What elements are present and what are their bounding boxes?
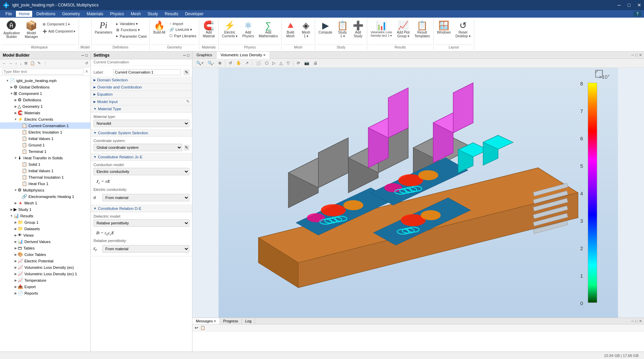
minimize-btn[interactable]: ─ xyxy=(618,2,621,8)
menu-materials[interactable]: Materials xyxy=(84,11,106,17)
menu-physics[interactable]: Physics xyxy=(107,11,127,17)
conduction-model-select[interactable]: Electric conductivity xyxy=(94,168,189,175)
tree-item-initial-values2[interactable]: 📋 Initial Values 1 xyxy=(0,167,90,174)
tree-item-tables[interactable]: ▶ 🗃 Tables xyxy=(0,245,90,251)
refresh-btn[interactable]: ↺ xyxy=(84,60,89,66)
study1-btn[interactable]: 📋 Study1 ▾ xyxy=(335,20,350,39)
tree-item-thermal-insulation1[interactable]: 📋 Thermal Insulation 1 xyxy=(0,174,90,180)
view-top-btn[interactable]: △ xyxy=(278,60,284,66)
parameters-btn[interactable]: Pi Parameters xyxy=(93,20,115,36)
tree-item-reports[interactable]: ▶ 📄 Reports xyxy=(0,290,90,296)
tree-item-results[interactable]: ▼ 📊 Results xyxy=(0,213,90,219)
tab-messages[interactable]: Messages × xyxy=(192,318,220,324)
panel-ctrl-2[interactable]: □ xyxy=(635,53,638,57)
section-material-type[interactable]: ▼ Material Type xyxy=(91,105,192,113)
tree-item-current-conservation1[interactable]: 📋 Current Conservation 1 xyxy=(0,122,90,129)
model-input-edit-icon[interactable]: ✎ xyxy=(186,99,189,104)
label-field-btn[interactable]: ✎ xyxy=(184,69,189,75)
panel-collapse-btn[interactable]: ─ xyxy=(82,53,84,57)
tree-item-initial-values1[interactable]: 📋 Initial Values 1 xyxy=(0,135,90,142)
clear-filter-icon[interactable]: ✕ xyxy=(85,69,88,74)
nav-forward-btn[interactable]: → xyxy=(8,61,14,66)
electric-currents-btn[interactable]: ⚡ ElectricCurrents ▾ xyxy=(220,20,240,39)
build-mesh-btn[interactable]: 🔺 BuildMesh xyxy=(283,20,298,39)
menu-geometry[interactable]: Geometry xyxy=(59,11,83,17)
result-templates-btn[interactable]: 📋 ResultTemplates xyxy=(412,20,432,39)
screenshot-btn[interactable]: 📷 xyxy=(303,60,311,66)
nav-back-btn[interactable]: ← xyxy=(1,61,7,66)
pan-btn[interactable]: ✋ xyxy=(234,60,243,66)
application-builder-btn[interactable]: 🅐 ApplicationBuilder xyxy=(1,20,22,40)
panel-ctrl-3[interactable]: ✕ xyxy=(639,53,642,57)
tree-item-heat-flux1[interactable]: 📋 Heat Flux 1 xyxy=(0,180,90,187)
dielectric-model-select[interactable]: Relative permittivity xyxy=(94,219,189,227)
parameter-case-btn[interactable]: ▸ Parameter Case xyxy=(115,33,148,39)
add-node-btn[interactable]: ⊞ xyxy=(23,60,28,66)
tree-item-temperature[interactable]: ▶ 📈 Temperature xyxy=(0,277,90,283)
model-manager-btn[interactable]: 📦 ModelManager xyxy=(23,20,40,40)
menu-file[interactable]: File xyxy=(3,11,15,17)
close-btn[interactable]: ✕ xyxy=(637,2,641,8)
label-field-input[interactable] xyxy=(113,69,181,75)
tree-item-group1[interactable]: ▶ 📁 Group 1 xyxy=(0,219,90,225)
build-all-btn[interactable]: 🔥 Build All xyxy=(151,20,167,36)
tree-item-solid1[interactable]: 📋 Solid 1 xyxy=(0,161,90,167)
tree-item-heat-transfer[interactable]: ▼ 🌡 Heat Transfer in Solids xyxy=(0,155,90,161)
coord-system-select[interactable]: Global coordinate system xyxy=(94,144,182,151)
fit-btn[interactable]: ⊕ xyxy=(216,60,223,66)
tree-item-views[interactable]: ▶ 👁 Views xyxy=(0,232,90,238)
section-constitutive-jc-e[interactable]: ▼ Constitutive Relation Jc-E xyxy=(91,154,192,161)
tree-item-electric-currents[interactable]: ▼ ⚡ Electric Currents xyxy=(0,116,90,122)
msg-panel-ctrl-3[interactable]: ✕ xyxy=(639,319,642,323)
vol-loss-btn[interactable]: 📊 Volumetric LossDensity (ec) 1 ▾ xyxy=(369,20,394,39)
functions-btn[interactable]: ⊞ Functions ▾ xyxy=(115,27,148,33)
epsilon-select[interactable]: From material User defined xyxy=(102,245,189,253)
tab-volumetric-loss[interactable]: Volumetric Loss Density × xyxy=(216,52,270,59)
tree-item-study1[interactable]: ▶ ▶ Study 1 xyxy=(0,206,90,213)
help-btn[interactable]: ? xyxy=(633,11,641,17)
maximize-btn[interactable]: □ xyxy=(628,2,630,8)
select-btn[interactable]: ↗ xyxy=(244,60,250,66)
rotate-btn[interactable]: ↺ xyxy=(227,60,234,66)
filter-input[interactable] xyxy=(2,68,84,75)
tree-item-export[interactable]: ▶ 📤 Export xyxy=(0,283,90,290)
tree-item-multiphysics[interactable]: ▼ ⚙ Multiphysics xyxy=(0,187,90,193)
tree-item-electric-insulation1[interactable]: 📋 Electric Insulation 1 xyxy=(0,129,90,135)
tree-item-ground1[interactable]: 📋 Ground 1 xyxy=(0,142,90,148)
panel-expand-btn[interactable]: □ xyxy=(85,53,88,57)
add-study-btn[interactable]: ➕ AddStudy xyxy=(351,20,366,39)
tree-item-derived-values[interactable]: ▶ 📊 Derived Values xyxy=(0,238,90,245)
nav-up-btn[interactable]: ↑ xyxy=(14,61,18,66)
view-front-btn[interactable]: ⬜ xyxy=(254,60,263,66)
section-constitutive-d-e[interactable]: ▼ Constitutive Relation D-E xyxy=(91,205,192,212)
zoom-in-btn[interactable]: 🔍+ xyxy=(194,60,205,66)
tree-item-em-heating1[interactable]: 🔗 Electromagnetic Heating 1 xyxy=(0,193,90,200)
section-model-input[interactable]: ▶ Model Input ✎ xyxy=(91,98,192,105)
menu-developer[interactable]: Developer xyxy=(182,11,206,17)
tree-item-vol-loss-ec1[interactable]: ▶ 📈 Volumetric Loss Density (ec) 1 xyxy=(0,271,90,277)
mesh1-btn[interactable]: ◈ Mesh1 ▾ xyxy=(298,20,313,39)
msg-back-btn[interactable]: ↩ xyxy=(194,325,199,331)
sigma-select[interactable]: From material User defined xyxy=(102,194,189,201)
component-btn[interactable]: ⊞ Component 1 ▾ xyxy=(41,21,77,27)
settings-expand-btn[interactable]: □ xyxy=(187,53,189,57)
more-btn[interactable]: ⋮ xyxy=(42,60,48,66)
add-physics-btn[interactable]: ⚛ AddPhysics xyxy=(240,20,256,39)
reset-view-btn[interactable]: ⟳ xyxy=(295,60,302,66)
section-domain-selection[interactable]: ▶ Domain Selection xyxy=(91,77,192,84)
tab-graphics[interactable]: Graphics xyxy=(192,52,216,58)
reset-desktop-btn[interactable]: ↺ ResetDesktop ▾ xyxy=(453,20,472,39)
add-plot-group-btn[interactable]: 📈 Add PlotGroup ▾ xyxy=(395,20,412,39)
menu-definitions[interactable]: Definitions xyxy=(34,11,58,17)
windows-btn[interactable]: 🪟 Windows xyxy=(435,20,453,36)
variables-btn[interactable]: ▸ Variables ▾ xyxy=(115,21,148,27)
tree-item-root[interactable]: ▼ 📄 igbt_joule_heating.mph xyxy=(0,77,90,84)
material-type-select[interactable]: Nonsolid Solid From material xyxy=(94,120,189,127)
msg-clipboard-btn[interactable]: 📋 xyxy=(199,325,206,331)
tree-item-vol-loss-ec[interactable]: ▶ 📈 Volumetric Loss Density (ec) xyxy=(0,264,90,271)
add-math-btn[interactable]: ∑ AddMathematics xyxy=(257,20,280,39)
tree-item-component1[interactable]: ▼ ⊞ Component 1 xyxy=(0,90,90,97)
coord-system-edit-btn[interactable]: ✎ xyxy=(184,145,189,151)
copy-btn[interactable]: 📋 xyxy=(29,60,36,66)
compute-btn[interactable]: ▶ Compute xyxy=(316,20,334,36)
